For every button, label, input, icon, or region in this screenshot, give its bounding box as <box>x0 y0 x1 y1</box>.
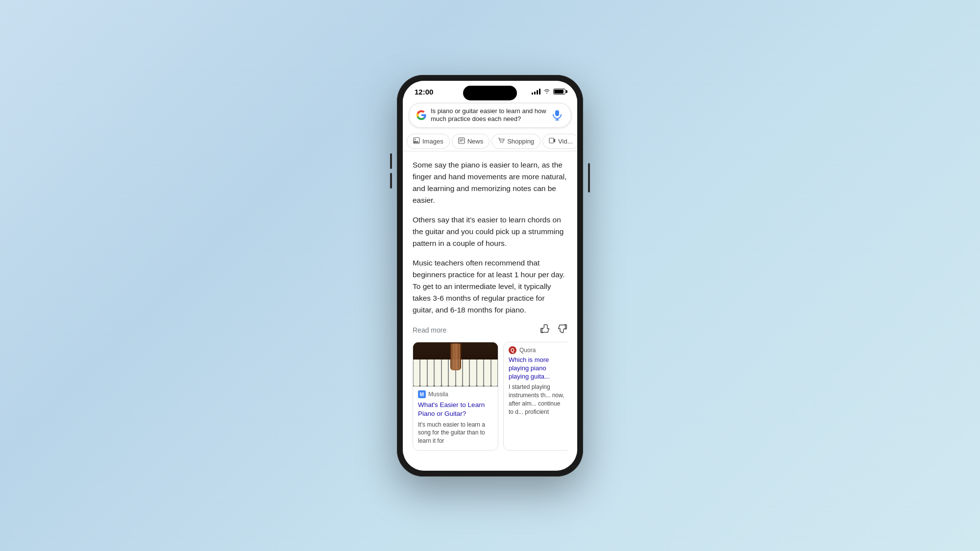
mussila-source-name: Mussila <box>428 391 448 398</box>
feedback-icons <box>540 324 567 336</box>
status-time: 12:00 <box>415 88 433 96</box>
quora-source-row: Q Quora <box>509 346 566 354</box>
mussila-card-image <box>413 342 498 386</box>
svg-point-9 <box>500 142 501 143</box>
power-button[interactable] <box>588 163 590 192</box>
mussila-card-body: M Mussila What's Easier to Learn Piano o… <box>413 386 498 450</box>
volume-down-button[interactable] <box>390 173 392 189</box>
news-tab-icon <box>458 137 465 145</box>
tab-videos[interactable]: Vid... <box>542 134 577 149</box>
svg-point-4 <box>415 139 416 140</box>
mic-button[interactable] <box>550 108 564 122</box>
svg-rect-11 <box>549 138 554 143</box>
quora-card-header: Q Quora <box>504 342 567 356</box>
ai-paragraph-2: Others say that it's easier to learn cho… <box>413 214 567 249</box>
google-logo <box>416 110 427 120</box>
status-bar: 12:00 <box>403 81 577 99</box>
tab-news-label: News <box>467 138 484 145</box>
tab-images[interactable]: Images <box>407 134 450 149</box>
tab-shopping-label: Shopping <box>507 138 534 145</box>
quora-card-snippet: I started playing instruments th... now,… <box>504 381 567 420</box>
wifi-icon <box>543 88 550 96</box>
signal-icon <box>532 89 540 95</box>
status-icons <box>532 88 565 96</box>
tab-videos-label: Vid... <box>558 138 572 145</box>
quora-source-name: Quora <box>519 347 536 354</box>
search-query-text: Is piano or guitar easier to learn and h… <box>431 107 546 124</box>
svg-rect-0 <box>555 110 559 116</box>
tab-images-label: Images <box>422 138 443 145</box>
mussila-card-title: What's Easier to Learn Piano or Guitar? <box>418 401 493 418</box>
tab-bar: Images News <box>403 132 577 151</box>
battery-icon <box>553 89 565 95</box>
thumbs-up-icon[interactable] <box>540 324 550 336</box>
ai-paragraph-3: Music teachers often recommend that begi… <box>413 257 567 316</box>
scroll-area[interactable]: Some say the piano is easier to learn, a… <box>403 151 577 470</box>
mussila-source-row: M Mussila <box>418 390 493 398</box>
dynamic-island <box>463 86 517 100</box>
ai-answer-block: Some say the piano is easier to learn, a… <box>413 159 567 316</box>
mussila-card[interactable]: M Mussila What's Easier to Learn Piano o… <box>413 342 498 450</box>
search-bar-container: Is piano or guitar easier to learn and h… <box>403 99 577 132</box>
svg-point-10 <box>502 142 503 143</box>
volume-up-button[interactable] <box>390 153 392 169</box>
videos-tab-icon <box>549 137 556 145</box>
mussila-logo: M <box>418 390 426 398</box>
mussila-card-snippet: It's much easier to learn a song for the… <box>418 421 493 445</box>
phone-screen: 12:00 <box>403 81 577 471</box>
search-bar[interactable]: Is piano or guitar easier to learn and h… <box>409 103 571 128</box>
tab-news[interactable]: News <box>452 134 490 149</box>
tab-shopping[interactable]: Shopping <box>491 134 540 149</box>
shopping-tab-icon <box>498 137 505 145</box>
phone-frame: 12:00 <box>397 75 583 477</box>
images-tab-icon <box>413 137 420 145</box>
quora-logo: Q <box>509 346 516 354</box>
thumbs-down-icon[interactable] <box>558 324 567 336</box>
cards-row: M Mussila What's Easier to Learn Piano o… <box>413 342 567 450</box>
quora-card-title: Which is more playing piano playing guit… <box>504 356 567 381</box>
main-content: Some say the piano is easier to learn, a… <box>403 151 577 470</box>
quora-card[interactable]: Q Quora Which is more playing piano play… <box>503 342 567 450</box>
feedback-row: Read more <box>413 324 567 336</box>
ai-paragraph-1: Some say the piano is easier to learn, a… <box>413 159 567 206</box>
read-more-link[interactable]: Read more <box>413 326 446 334</box>
